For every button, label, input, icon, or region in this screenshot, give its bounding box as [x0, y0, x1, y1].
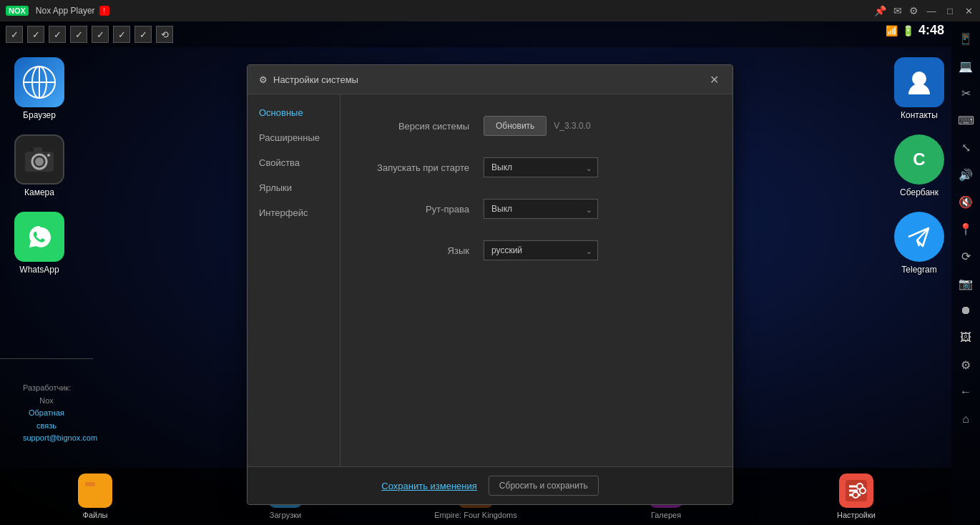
- maximize-button[interactable]: □: [944, 5, 956, 16]
- pin-icon[interactable]: 📌: [874, 5, 886, 16]
- update-button[interactable]: Обновить: [484, 116, 547, 136]
- title-bar-right: 📌 ✉ ⚙ — □ ✕: [874, 5, 974, 16]
- modal-sidebar: Основные Расширенные Свойства Ярлыки Инт…: [248, 94, 340, 466]
- language-row: Язык русский English 中文: [369, 240, 704, 260]
- root-label: Рут-права: [369, 204, 469, 215]
- save-changes-button[interactable]: Сохранить изменения: [381, 476, 477, 496]
- modal-gear-icon: ⚙: [259, 74, 268, 85]
- startup-row: Запускать при старте Выкл Вкл: [369, 157, 704, 177]
- startup-select-wrapper: Выкл Вкл: [484, 157, 598, 177]
- email-icon[interactable]: ✉: [893, 5, 902, 16]
- nav-advanced[interactable]: Расширенные: [248, 125, 340, 150]
- modal-header: ⚙ Настройки системы ✕: [248, 65, 732, 94]
- nav-shortcuts[interactable]: Ярлыки: [248, 175, 340, 200]
- modal-overlay: ⚙ Настройки системы ✕ Основные Расширенн…: [0, 21, 980, 525]
- version-control: Обновить V_3.3.0.0: [484, 116, 591, 136]
- modal-body: Основные Расширенные Свойства Ярлыки Инт…: [248, 94, 732, 466]
- root-select-wrapper: Выкл Вкл: [484, 199, 598, 219]
- modal-title-area: ⚙ Настройки системы: [259, 74, 358, 85]
- close-button[interactable]: ✕: [963, 5, 974, 16]
- modal-title: Настройки системы: [273, 74, 358, 85]
- notification-badge: !: [99, 6, 109, 16]
- version-label: Версия системы: [369, 121, 469, 132]
- startup-label: Запускать при старте: [369, 162, 469, 173]
- app-title: Nox App Player: [36, 6, 95, 16]
- settings-modal: ⚙ Настройки системы ✕ Основные Расширенн…: [247, 64, 733, 505]
- root-row: Рут-права Выкл Вкл: [369, 199, 704, 219]
- modal-main-content: Версия системы Обновить V_3.3.0.0 Запуск…: [340, 94, 732, 466]
- root-select[interactable]: Выкл Вкл: [484, 199, 598, 219]
- language-label: Язык: [369, 245, 469, 256]
- nav-properties[interactable]: Свойства: [248, 150, 340, 175]
- nav-interface[interactable]: Интерфейс: [248, 200, 340, 225]
- version-value: V_3.3.0.0: [554, 121, 590, 131]
- language-select-wrapper: русский English 中文: [484, 240, 598, 260]
- version-row: Версия системы Обновить V_3.3.0.0: [369, 116, 704, 136]
- settings-icon[interactable]: ⚙: [909, 5, 918, 16]
- modal-close-button[interactable]: ✕: [707, 72, 721, 87]
- reset-save-button[interactable]: Сбросить и сохранить: [489, 476, 599, 496]
- minimize-button[interactable]: —: [926, 5, 937, 16]
- language-select[interactable]: русский English 中文: [484, 240, 598, 260]
- modal-footer-actions: Сохранить изменения Сбросить и сохранить: [248, 466, 732, 504]
- title-bar-left: NOX Nox App Player !: [6, 6, 109, 16]
- nox-logo: NOX: [6, 6, 29, 16]
- nav-basic[interactable]: Основные: [248, 100, 340, 125]
- startup-select[interactable]: Выкл Вкл: [484, 157, 598, 177]
- title-bar: NOX Nox App Player ! 📌 ✉ ⚙ — □ ✕: [0, 0, 980, 21]
- emulator-area: ✓ ✓ ✓ ✓ ✓ ✓ ✓ ⟲ 📶 🔋 4:48 Браузер: [0, 21, 980, 525]
